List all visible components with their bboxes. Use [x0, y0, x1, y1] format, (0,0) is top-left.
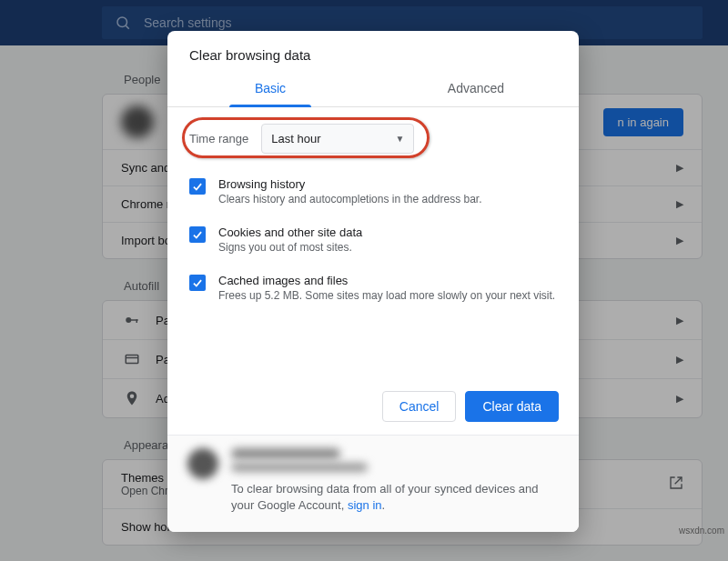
sign-in-link[interactable]: sign in	[348, 498, 382, 512]
checkbox-cookies[interactable]	[189, 226, 206, 243]
caret-down-icon: ▼	[395, 134, 404, 144]
option-desc: Frees up 5.2 MB. Some sites may load mor…	[218, 289, 555, 302]
checkbox-cached[interactable]	[189, 275, 206, 291]
option-cached[interactable]: Cached images and files Frees up 5.2 MB.…	[167, 265, 579, 313]
tab-basic[interactable]: Basic	[167, 72, 373, 106]
dialog-footer: To clear browsing data from all of your …	[167, 435, 579, 532]
option-cookies[interactable]: Cookies and other site data Signs you ou…	[167, 216, 579, 265]
footer-message: To clear browsing data from all of your …	[231, 482, 538, 512]
dialog-tabs: Basic Advanced	[167, 72, 579, 107]
dialog-title: Clear browsing data	[167, 31, 579, 72]
time-range-value: Last hour	[271, 132, 320, 145]
dialog-actions: Cancel Clear data	[167, 376, 579, 435]
footer-text: To clear browsing data from all of your …	[231, 448, 559, 514]
checkbox-browsing-history[interactable]	[189, 178, 206, 195]
option-desc: Clears history and autocompletions in th…	[218, 193, 482, 205]
redacted-name	[231, 448, 340, 459]
redacted-email	[231, 463, 368, 472]
clear-browsing-data-dialog: Clear browsing data Basic Advanced Time …	[167, 31, 579, 532]
cancel-button[interactable]: Cancel	[382, 391, 457, 422]
option-browsing-history[interactable]: Browsing history Clears history and auto…	[167, 168, 579, 216]
time-range-row: Time range Last hour ▼	[167, 107, 579, 168]
option-title: Browsing history	[218, 177, 482, 191]
clear-data-button[interactable]: Clear data	[465, 391, 559, 422]
time-range-label: Time range	[189, 132, 248, 145]
option-title: Cached images and files	[218, 274, 555, 287]
footer-avatar	[187, 448, 218, 479]
option-desc: Signs you out of most sites.	[218, 241, 362, 254]
time-range-select[interactable]: Last hour ▼	[261, 124, 414, 154]
option-title: Cookies and other site data	[218, 225, 362, 239]
tab-advanced[interactable]: Advanced	[373, 72, 579, 106]
